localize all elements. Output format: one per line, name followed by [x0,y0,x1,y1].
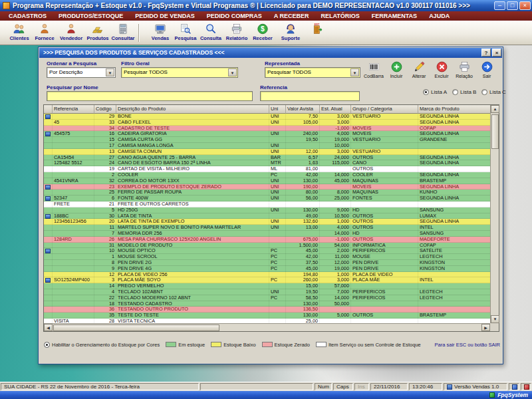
toolbar-button-vendas[interactable]: Vendas [148,23,173,45]
list-radio-lista-c[interactable]: Lista C [481,89,506,95]
represented-select[interactable]: Pesquisar TODOS ▼ [265,67,360,78]
table-row[interactable]: VISITA28VISITA TECNICA25,00 [44,319,490,323]
table-row[interactable]: 36TESTANDO OUTRO PRODUTO136,50 [44,307,490,313]
chevron-down-icon[interactable]: ▼ [350,68,359,76]
toolbar-button-vendedor[interactable]: Vendedor [59,23,84,45]
column-header-descri-o-do-produto[interactable]: Descrição do Produto [116,105,269,114]
table-row[interactable]: 18TESTANDO CADASTRO130,0050,000 [44,301,490,307]
table-row[interactable]: 12PLACA DE VIDEO 256194,801,000PLACA DE … [44,272,490,278]
toolbar-button-exit[interactable]: EXIT [305,23,330,45]
table-row[interactable]: 13CAMISETA COMUNUNI12,003,000VESTUARIO [44,149,490,155]
table-row[interactable]: SO12524MP4003PLACA MÃE SOYOPC260,003,000… [44,277,490,283]
toolbar-button-consultar[interactable]: Consultar [110,23,136,45]
toolbar-button-clientes[interactable]: Clientes [7,23,32,45]
action-button-incluir[interactable]: Incluir [386,61,407,84]
order-search-select[interactable]: Por Descrição ▼ [47,67,116,78]
menu-item-pedido-compras[interactable]: PEDIDO COMPRAS [201,11,268,21]
scroll-right-icon[interactable]: ▶ [481,324,490,331]
table-row[interactable]: 14PREGO VERMELHO15,0057,000 [44,283,490,289]
table-row[interactable]: 2COOLERPC42,0014,000COOLERSEGUNDA LINHA [44,172,490,178]
table-row[interactable]: 10MOUSE OPTICOPC45,002,000PERIFERICOSSAT… [44,248,490,254]
table-row[interactable]: 17CAMISA MANGA LONGAUNI10,000 [44,143,490,149]
table-row[interactable]: 45457516CADEIRA GIRATORIAUNI240,004,000M… [44,131,490,137]
dialog-close-button[interactable]: × [492,49,501,57]
table-row[interactable]: 1MOUSE SCROOLPC42,0011,000MOUSELEGTECH [44,254,490,260]
list-radio-lista-a[interactable]: Lista A [423,89,447,95]
table-row[interactable]: 1284RD26MESA PARA CHURRASCO 125X200 ANGE… [44,237,490,243]
toolbar-button-fornece[interactable]: Fornece [32,23,57,45]
table-row[interactable]: 4533CABO FLEXELUNI105,003,000SEGUNDA LIN… [44,120,490,126]
table-row[interactable]: 523476FONTE 400WUNI56,0025,000FONTESSEGU… [44,196,490,201]
menu-item-cadastros[interactable]: CADASTROS [3,11,53,21]
action-button-alterar[interactable]: Alterar [408,61,430,84]
menu-item-relat-rios[interactable]: RELATÓRIOS [315,11,365,21]
action-button-excluir[interactable]: Excluir [431,61,452,84]
menu-item-a-receber[interactable]: A RECEBER [268,11,315,21]
toolbar-button-suporte[interactable]: Suporte [278,23,303,45]
table-row[interactable]: 4541VNRA32CORREA DO MOTOR 13XXUNI130,004… [44,178,490,184]
table-row[interactable]: 22TECLADO MODERNO 102 ABNTPC58,5014,000P… [44,295,490,301]
general-filter-select[interactable]: Pesquisar TODOS ▼ [121,67,238,78]
table-row[interactable]: 15CAMISA CURTA GG19,5019,000VESTUARIOGRA… [44,137,490,143]
table-row[interactable]: CA1545427CANO AGUA QUENTE 25 - BARRABAR6… [44,155,490,161]
column-header-uni[interactable]: Uni [269,105,286,114]
horizontal-scroll-thumb[interactable] [53,325,219,331]
close-button[interactable]: × [519,1,531,10]
column-header-icon[interactable] [44,105,53,114]
list-radio-lista-b[interactable]: Lista B [452,89,476,95]
menu-item-ajuda[interactable]: AJUDA [423,11,456,21]
scroll-up-icon[interactable]: ▲ [491,105,499,113]
table-row[interactable]: 125482 551224CANO DE ESGOTO BARRA 150 2ª… [44,160,490,166]
table-row[interactable]: 7MEMÓRIA DDR 25614,000HDSANSUNG [44,231,490,237]
reference-input[interactable] [260,91,360,101]
column-header-est-atual[interactable]: Est. Atual [320,105,351,114]
column-header-c-digo[interactable]: Código [94,105,116,114]
toolbar-button-consulta[interactable]: Consulta [198,23,223,45]
dialog-titlebar[interactable]: >>> PESQUISA DOS PRODUTOS & SERVIÇOS CAD… [39,48,502,58]
table-row[interactable]: 29BONEUNI7,503,000VESTUARIOSEGUNDA LINHA [44,114,490,120]
horizontal-scrollbar[interactable]: ◀ ▶ [44,323,490,331]
vertical-scroll-thumb[interactable] [491,114,499,149]
table-row[interactable]: 35TESTE DO TESTE130,005,000OUTROSBRASTEM… [44,313,490,319]
status-tray-icon-1[interactable] [509,383,519,390]
table-row[interactable]: 31MODELO DE PRODUTO1.500,0054,000INFORMA… [44,243,490,249]
action-button-rela-o[interactable]: Relação [454,61,475,84]
taskbar-app-icon[interactable] [489,392,495,398]
scroll-down-icon[interactable]: ▼ [491,315,499,323]
table-row[interactable]: 25FERRO DE PASSAR ROUPAUNI80,008,000MAQU… [44,190,490,196]
table-row[interactable]: 4TECLADO 102ABNTUNI19,507,000PERIFERICOS… [44,289,490,295]
table-row[interactable]: 11MARTELO SUPER NOVO E BONITO PARA MARTE… [44,225,490,231]
table-row[interactable]: 23EXEMPLO DE PRODUTO ESTOQUE ZERADOUNI19… [44,184,490,190]
table-row[interactable]: 8PEN DRIVE 2GPC37,5012,000PEN DRIVEKINGS… [44,260,490,266]
table-row[interactable]: FRETE21FRETE E OUTROS CARRETOS [44,201,490,207]
toolbar-button-pesquisa[interactable]: Pesquisa [173,23,198,45]
vertical-scrollbar[interactable]: ▲ ▼ [490,105,499,323]
column-header-marca-do-produto[interactable]: Marca do Produto [418,105,491,114]
status-tray-icon-2[interactable] [521,383,531,390]
table-row[interactable]: 19CARTAO DE VISITA - MILHEIROML81,00OUTR… [44,166,490,172]
chevron-down-icon[interactable]: ▼ [106,68,114,76]
column-header-valor-avista[interactable]: Valor Avista [286,105,320,114]
search-name-input[interactable] [47,91,253,101]
toolbar-button-receber[interactable]: $Receber [250,23,275,45]
menu-item-pedido-de-vendas[interactable]: PEDIDO DE VENDAS [129,11,201,21]
action-button-sair[interactable]: Sair [476,61,497,84]
toolbar-button-relat-rio[interactable]: Relatório [224,23,249,45]
scroll-left-icon[interactable]: ◀ [44,324,53,331]
minimize-button[interactable]: – [494,1,505,10]
table-row[interactable]: 5HD 250GUNI130,009,000HDSANSUNG [44,207,490,213]
toolbar-button-produtos[interactable]: Produtos [85,23,110,45]
menu-item-ferramentas[interactable]: FERRAMENTAS [366,11,423,21]
action-button-codbarra[interactable]: CodBarra [363,61,384,84]
menu-item-produtos-estoque[interactable]: PRODUTOS/ESTOQUE [53,11,129,21]
column-header-referencia[interactable]: Referencia [53,105,94,114]
table-row[interactable]: 12345612345620LATA DE TINTA DE EXEMPLOUN… [44,219,490,225]
chevron-down-icon[interactable]: ▼ [228,68,237,76]
color-management-toggle[interactable]: Habilitar o Gerenciamento do Estoque por… [44,342,160,348]
maximize-button[interactable]: □ [507,1,518,10]
table-row[interactable]: 188BC30LATA DE TINTA49,0010,500OUTROSLUM… [44,213,490,219]
table-row[interactable]: 9PEN DRIVE 4GPC45,0019,000PEN DRIVEKINGS… [44,266,490,272]
dialog-help-button[interactable]: ? [481,49,491,57]
table-row[interactable]: 34CADASTRO DE TESTE-1,000MOVEISCOFAP [44,126,490,132]
column-header-grupo-categoria[interactable]: Grupo / Categoria [351,105,418,114]
